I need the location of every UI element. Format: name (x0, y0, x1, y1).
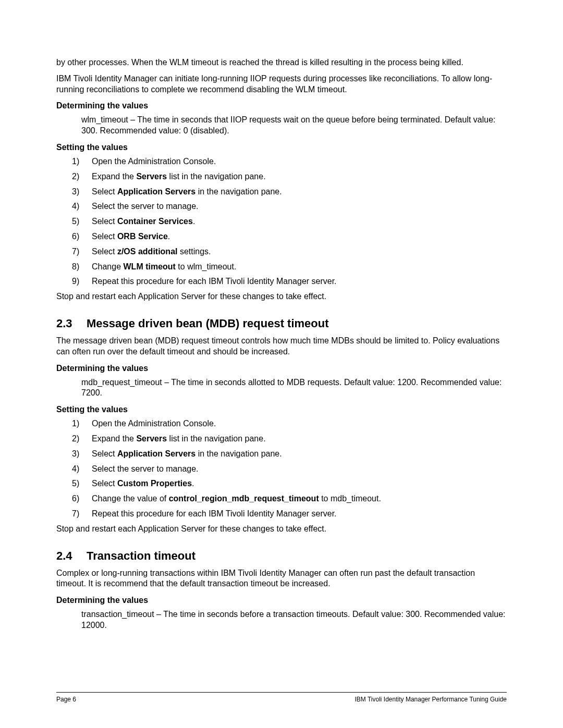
list-item: 8)Change WLM timeout to wlm_timeout. (72, 262, 507, 273)
list-item-text: Select Application Servers in the naviga… (92, 449, 507, 460)
s24-det-body: transaction_timeout – The time in second… (81, 609, 507, 631)
list-item: 6)Change the value of control_region_mdb… (72, 493, 507, 504)
list-item-text: Change the value of control_region_mdb_r… (92, 493, 507, 504)
list-item-text: Select Custom Properties. (92, 478, 507, 489)
s24-det-head: Determining the values (56, 596, 507, 605)
list-item: 1)Open the Administration Console. (72, 156, 507, 167)
list-item-text: Repeat this procedure for each IBM Tivol… (92, 509, 507, 520)
footer-doc-title: IBM Tivoli Identity Manager Performance … (355, 696, 507, 703)
list-item: 3)Select Application Servers in the navi… (72, 449, 507, 460)
list-item: 6)Select ORB Service. (72, 231, 507, 242)
list-item-number: 4) (72, 201, 92, 212)
page-footer: Page 6 IBM Tivoli Identity Manager Perfo… (56, 692, 507, 703)
section-2-3-heading: 2.3 Message driven bean (MDB) request ti… (56, 317, 507, 330)
list-item-number: 6) (72, 231, 92, 242)
list-item: 1)Open the Administration Console. (72, 418, 507, 429)
list-item-text: Select ORB Service. (92, 231, 507, 242)
list-item: 2)Expand the Servers list in the navigat… (72, 434, 507, 445)
section-title: Transaction timeout (87, 549, 195, 563)
list-item-number: 7) (72, 509, 92, 520)
list-item-text: Select Container Services. (92, 216, 507, 227)
list-item-text: Select z/OS additional settings. (92, 246, 507, 257)
wlm-after: Stop and restart each Application Server… (56, 291, 507, 302)
s23-steps: 1)Open the Administration Console.2)Expa… (72, 418, 507, 520)
s23-after: Stop and restart each Application Server… (56, 524, 507, 535)
list-item-number: 5) (72, 478, 92, 489)
section-number: 2.3 (56, 317, 87, 330)
wlm-det-head: Determining the values (56, 101, 507, 110)
list-item: 4)Select the server to manage. (72, 201, 507, 212)
wlm-det-body: wlm_timeout – The time in seconds that I… (81, 115, 507, 137)
list-item: 2)Expand the Servers list in the navigat… (72, 171, 507, 182)
wlm-steps: 1)Open the Administration Console.2)Expa… (72, 156, 507, 287)
s24-p1: Complex or long-running transactions wit… (56, 568, 507, 590)
list-item: 9)Repeat this procedure for each IBM Tiv… (72, 276, 507, 287)
list-item-number: 8) (72, 262, 92, 273)
list-item-number: 9) (72, 276, 92, 287)
footer-page-number: Page 6 (56, 696, 76, 703)
list-item: 4)Select the server to manage. (72, 464, 507, 475)
list-item: 5)Select Container Services. (72, 216, 507, 227)
list-item-number: 7) (72, 246, 92, 257)
list-item: 7)Repeat this procedure for each IBM Tiv… (72, 509, 507, 520)
list-item-number: 2) (72, 434, 92, 445)
s23-set-head: Setting the values (56, 405, 507, 414)
list-item-text: Expand the Servers list in the navigatio… (92, 434, 507, 445)
list-item-text: Select the server to manage. (92, 464, 507, 475)
list-item-number: 6) (72, 493, 92, 504)
list-item-number: 3) (72, 187, 92, 198)
s23-det-body: mdb_request_timeout – The time in second… (81, 377, 507, 399)
list-item-number: 5) (72, 216, 92, 227)
section-2-4-heading: 2.4 Transaction timeout (56, 549, 507, 563)
list-item-text: Expand the Servers list in the navigatio… (92, 171, 507, 182)
list-item: 3)Select Application Servers in the navi… (72, 187, 507, 198)
list-item-text: Select Application Servers in the naviga… (92, 187, 507, 198)
s23-p1: The message driven bean (MDB) request ti… (56, 336, 507, 357)
section-title: Message driven bean (MDB) request timeou… (87, 317, 329, 330)
list-item: 7)Select z/OS additional settings. (72, 246, 507, 257)
wlm-set-head: Setting the values (56, 143, 507, 152)
list-item-number: 1) (72, 156, 92, 167)
list-item-text: Change WLM timeout to wlm_timeout. (92, 262, 507, 273)
list-item-number: 4) (72, 464, 92, 475)
intro-p1: by other processes. When the WLM timeout… (56, 57, 507, 68)
list-item-text: Select the server to manage. (92, 201, 507, 212)
document-page: by other processes. When the WLM timeout… (0, 0, 563, 728)
intro-p2: IBM Tivoli Identity Manager can initiate… (56, 73, 507, 95)
list-item-text: Open the Administration Console. (92, 418, 507, 429)
list-item-text: Repeat this procedure for each IBM Tivol… (92, 276, 507, 287)
list-item-text: Open the Administration Console. (92, 156, 507, 167)
list-item: 5)Select Custom Properties. (72, 478, 507, 489)
list-item-number: 3) (72, 449, 92, 460)
list-item-number: 1) (72, 418, 92, 429)
s23-det-head: Determining the values (56, 364, 507, 373)
list-item-number: 2) (72, 171, 92, 182)
section-number: 2.4 (56, 549, 87, 563)
